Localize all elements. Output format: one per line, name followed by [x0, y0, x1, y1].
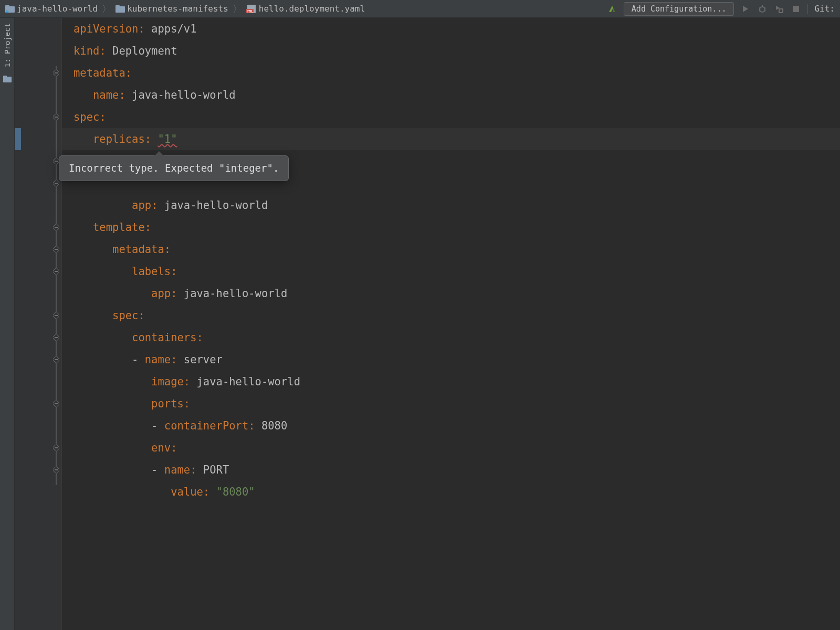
fold-toggle-icon[interactable] [53, 467, 59, 473]
svg-rect-2 [6, 10, 8, 13]
module-icon [5, 5, 15, 13]
code-line[interactable]: - name: server [62, 349, 840, 371]
code-line[interactable]: spec: [62, 106, 840, 128]
code-line[interactable]: - name: PORT [62, 459, 840, 481]
navigation-bar: java-hello-world 〉 kubernetes-manifests … [0, 0, 840, 18]
chevron-right-icon: 〉 [233, 3, 242, 15]
svg-rect-14 [793, 6, 799, 12]
code-line[interactable]: containers: [62, 327, 840, 349]
svg-line-12 [759, 10, 760, 11]
current-line-marker [15, 128, 21, 150]
run-icon[interactable] [740, 4, 751, 14]
code-line[interactable]: image: java-hello-world [62, 371, 840, 393]
fold-column[interactable] [52, 18, 61, 630]
run-with-coverage-icon[interactable] [774, 4, 784, 14]
fold-toggle-icon[interactable] [53, 268, 59, 275]
code-line[interactable]: ports: [62, 393, 840, 415]
yaml-file-icon: YML [246, 5, 257, 13]
error-tooltip-text: Incorrect type. Expected "integer". [69, 162, 279, 174]
project-tool-label: 1: Project [3, 23, 12, 67]
code-line[interactable]: kind: Deployment [62, 40, 840, 62]
fold-toggle-icon[interactable] [53, 70, 59, 76]
svg-point-8 [760, 7, 765, 12]
code-line[interactable]: metadata: [62, 62, 840, 84]
toolbar-right: Add Configuration... Git: [607, 2, 835, 16]
breadcrumb-root[interactable]: java-hello-world [5, 4, 98, 14]
breadcrumb-root-label: java-hello-world [17, 4, 98, 14]
left-tool-window-bar: 1: Project [0, 18, 15, 630]
fold-toggle-icon[interactable] [53, 246, 59, 253]
project-tool-button[interactable]: 1: Project [3, 23, 12, 67]
code-line[interactable]: labels: [62, 260, 840, 282]
fold-toggle-icon[interactable] [53, 224, 59, 230]
breadcrumb-file[interactable]: YML hello.deployment.yaml [246, 4, 365, 14]
breadcrumbs: java-hello-world 〉 kubernetes-manifests … [5, 3, 365, 15]
stop-icon[interactable] [791, 4, 801, 14]
code-line[interactable]: env: [62, 437, 840, 459]
svg-text:YML: YML [247, 9, 254, 13]
code-line[interactable]: metadata: [62, 238, 840, 260]
breadcrumb-folder-label: kubernetes-manifests [127, 4, 228, 14]
gutter[interactable] [15, 18, 62, 630]
fold-toggle-icon[interactable] [53, 312, 59, 319]
fold-toggle-icon[interactable] [53, 180, 59, 186]
fold-toggle-icon[interactable] [53, 356, 59, 363]
fold-toggle-icon[interactable] [53, 114, 59, 120]
folder-icon [116, 5, 125, 13]
code-line[interactable]: apiVersion: apps/v1 [62, 18, 840, 40]
fold-toggle-icon[interactable] [53, 445, 59, 451]
svg-line-10 [759, 8, 760, 8]
code-line[interactable]: value: "8080" [62, 481, 840, 503]
separator [807, 4, 808, 14]
svg-rect-1 [5, 5, 9, 7]
code-line[interactable]: replicas: "1" [62, 128, 840, 150]
code-line[interactable]: spec: [62, 304, 840, 327]
svg-rect-16 [3, 76, 7, 78]
folder-icon[interactable] [3, 75, 12, 85]
chevron-right-icon: 〉 [102, 3, 111, 15]
build-icon[interactable] [607, 4, 617, 14]
editor[interactable]: apiVersion: apps/v1kind: Deploymentmetad… [15, 18, 840, 630]
code-line[interactable]: - containerPort: 8080 [62, 415, 840, 437]
git-label[interactable]: Git: [814, 4, 835, 14]
breadcrumb-folder[interactable]: kubernetes-manifests [116, 4, 228, 14]
code-line[interactable]: template: [62, 216, 840, 238]
fold-toggle-icon[interactable] [53, 401, 59, 407]
breadcrumb-file-label: hello.deployment.yaml [259, 4, 365, 14]
fold-toggle-icon[interactable] [53, 334, 59, 341]
code-line[interactable]: app: java-hello-world [62, 282, 840, 304]
svg-rect-4 [116, 5, 120, 7]
error-tooltip: Incorrect type. Expected "integer". [59, 155, 289, 181]
debug-icon[interactable] [757, 4, 768, 14]
run-configuration-button[interactable]: Add Configuration... [624, 2, 734, 16]
svg-line-11 [764, 8, 765, 8]
code-line[interactable]: app: java-hello-world [62, 194, 840, 216]
code-line[interactable]: name: java-hello-world [62, 84, 840, 106]
code-area[interactable]: apiVersion: apps/v1kind: Deploymentmetad… [62, 18, 840, 630]
svg-line-13 [764, 10, 765, 11]
